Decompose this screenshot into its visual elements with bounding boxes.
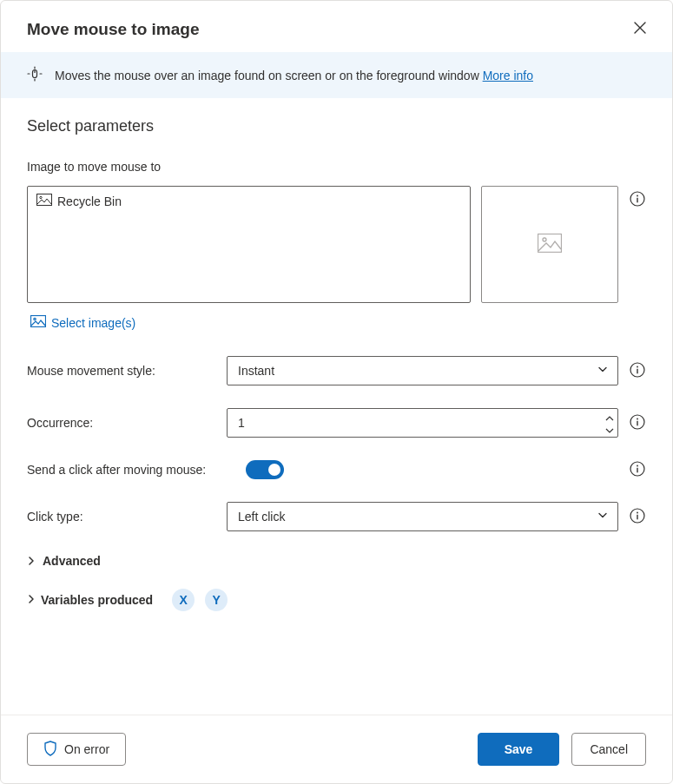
spinner-up-button[interactable] (605, 411, 614, 423)
svg-rect-16 (637, 420, 637, 425)
movement-style-value: Instant (238, 364, 274, 378)
click-type-value: Left click (238, 510, 285, 524)
on-error-label: On error (64, 742, 109, 756)
chevron-down-icon (605, 422, 614, 436)
image-list-item[interactable]: Recycle Bin (36, 194, 122, 208)
info-button-sendclick[interactable] (629, 461, 646, 478)
picture-placeholder-icon (538, 234, 562, 255)
image-item-label: Recycle Bin (57, 194, 122, 208)
variable-badge-x[interactable]: X (172, 589, 195, 611)
svg-point-10 (34, 318, 36, 320)
svg-rect-22 (637, 514, 637, 519)
cancel-label: Cancel (590, 742, 628, 756)
svg-point-3 (40, 196, 42, 198)
select-images-label: Select image(s) (51, 316, 135, 330)
info-icon (630, 461, 645, 479)
info-icon (630, 414, 645, 432)
image-preview[interactable] (481, 186, 618, 303)
row-click-type: Click type: Left click (27, 502, 646, 531)
select-images-link[interactable]: Select image(s) (30, 315, 646, 330)
chevron-right-icon (27, 593, 36, 607)
svg-rect-9 (31, 316, 46, 327)
image-row: Recycle Bin (27, 186, 646, 303)
info-bar: Moves the mouse over an image found on s… (1, 52, 672, 98)
info-icon (630, 362, 645, 380)
variable-badge-y[interactable]: Y (205, 589, 228, 611)
occurrence-input[interactable]: 1 (227, 408, 618, 438)
svg-point-7 (637, 194, 638, 196)
svg-rect-19 (637, 467, 637, 472)
close-icon (634, 22, 646, 36)
svg-rect-13 (637, 368, 637, 373)
close-button[interactable] (629, 16, 651, 42)
chevron-right-icon (27, 556, 36, 566)
movement-style-select[interactable]: Instant (227, 356, 618, 385)
occurrence-label: Occurrence: (27, 416, 227, 430)
svg-point-12 (637, 366, 638, 367)
info-bar-text: Moves the mouse over an image found on s… (55, 69, 533, 82)
picture-icon (36, 194, 52, 208)
click-type-select[interactable]: Left click (227, 502, 618, 531)
advanced-label: Advanced (43, 554, 101, 568)
on-error-button[interactable]: On error (27, 733, 126, 766)
dialog-title: Move mouse to image (27, 20, 200, 39)
info-button-movement[interactable] (629, 362, 646, 379)
variables-label: Variables produced (41, 593, 153, 607)
image-list[interactable]: Recycle Bin (27, 186, 471, 303)
image-field-label: Image to move mouse to (27, 160, 646, 174)
info-button-clicktype[interactable] (629, 508, 646, 525)
spinner-down-button[interactable] (605, 423, 614, 435)
info-button-occurrence[interactable] (629, 414, 646, 432)
save-button[interactable]: Save (478, 733, 560, 766)
info-bar-desc: Moves the mouse over an image found on s… (55, 69, 483, 82)
dialog-move-mouse-to-image: Move mouse to image Moves the mouse over… (0, 0, 673, 784)
row-occurrence: Occurrence: 1 (27, 408, 646, 438)
click-type-label: Click type: (27, 510, 227, 524)
shield-icon (43, 741, 57, 759)
svg-point-21 (637, 511, 638, 513)
dialog-footer: On error Save Cancel (1, 715, 672, 783)
chevron-down-icon (597, 364, 609, 379)
info-icon (630, 508, 645, 526)
info-icon (630, 191, 645, 209)
chevron-down-icon (597, 510, 609, 524)
svg-rect-2 (37, 194, 52, 206)
expander-variables-produced[interactable]: Variables produced X Y (27, 589, 646, 611)
save-label: Save (505, 742, 533, 756)
more-info-link[interactable]: More info (483, 69, 533, 82)
mouse-action-icon (27, 66, 43, 84)
svg-point-18 (637, 464, 638, 466)
section-heading: Select parameters (27, 117, 646, 135)
row-movement-style: Mouse movement style: Instant (27, 356, 646, 385)
info-button-image[interactable] (629, 191, 646, 208)
send-click-label: Send a click after moving mouse: (27, 463, 246, 477)
dialog-header: Move mouse to image (1, 1, 672, 52)
picture-icon (30, 315, 46, 330)
svg-rect-8 (637, 197, 637, 202)
expander-advanced[interactable]: Advanced (27, 554, 646, 568)
movement-style-label: Mouse movement style: (27, 364, 227, 378)
svg-point-5 (543, 238, 546, 241)
toggle-knob (268, 464, 280, 476)
row-send-click: Send a click after moving mouse: (27, 460, 646, 479)
send-click-toggle[interactable] (246, 460, 284, 479)
svg-rect-4 (538, 234, 562, 253)
occurrence-value: 1 (238, 416, 245, 430)
svg-point-15 (637, 418, 638, 419)
cancel-button[interactable]: Cancel (571, 733, 646, 766)
dialog-content: Select parameters Image to move mouse to… (1, 98, 672, 715)
